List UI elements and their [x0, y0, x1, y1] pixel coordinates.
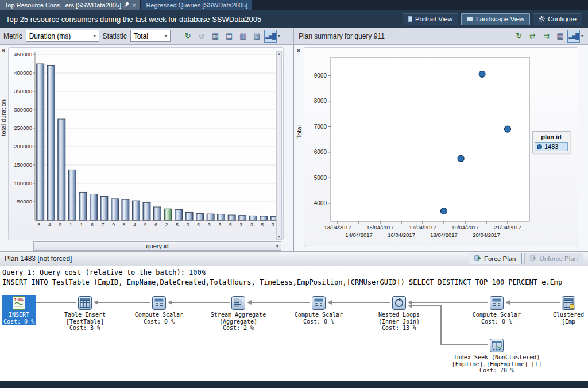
- x-tick-label: 3..: [208, 222, 213, 228]
- y-tick-label: 400000: [14, 70, 32, 76]
- x-tick-label: 9..: [112, 222, 117, 228]
- chart-type-caret-icon[interactable]: ▾: [278, 33, 280, 39]
- plan-node-index-seek[interactable]: Index Seek (NonClustered)[EmpTime].[EmpE…: [448, 337, 546, 375]
- x-tick-label: 18/04/2017: [430, 232, 458, 238]
- bar-8[interactable]: [122, 199, 129, 220]
- x-tick-label: 3..: [218, 222, 223, 228]
- plan-node-clustered-index[interactable]: Clustered[Emp: [520, 295, 588, 325]
- scroll-down-icon[interactable]: ▼: [277, 235, 281, 239]
- plan-summary-scatter-chart: 40005000600070008000900013/04/201714/04/…: [308, 50, 537, 243]
- landscape-view-button[interactable]: Landscape View: [461, 13, 530, 25]
- bar-6[interactable]: [100, 196, 108, 220]
- x-axis-label: query id: [146, 243, 168, 249]
- bar-14[interactable]: [185, 213, 193, 220]
- chart-toolbar-icons: ↻⊘▦▤▥▧▂▅█▾: [181, 30, 280, 43]
- y-tick-label: 450000: [14, 51, 32, 57]
- x-tick-label: 9..: [59, 222, 64, 228]
- chart-view-icon[interactable]: ▂▅█: [567, 30, 580, 43]
- x-tick-label: 3..: [187, 222, 192, 228]
- plan-node-text: Cost: 70 %: [452, 367, 542, 374]
- bar-7[interactable]: [111, 199, 118, 220]
- chart-vertical-scrollbar[interactable]: ▲▼: [276, 51, 282, 240]
- bar-15[interactable]: [196, 213, 204, 220]
- query-text-pane[interactable]: Query 1: Query cost (relative to the bat…: [0, 266, 588, 290]
- seek-icon: [452, 338, 542, 354]
- configure-button[interactable]: Configure: [533, 13, 582, 25]
- bar-17[interactable]: [218, 214, 225, 220]
- bar-20[interactable]: [249, 216, 257, 220]
- plan-id-legend: plan id 1483: [532, 131, 570, 153]
- bar-19[interactable]: [239, 216, 246, 220]
- portrait-icon: [408, 16, 412, 22]
- y-tick-label: 300000: [14, 106, 32, 113]
- x-tick-label: 7..: [102, 222, 107, 228]
- chart-type-caret-icon[interactable]: ▾: [581, 33, 583, 39]
- force-plan-icon: [474, 255, 481, 263]
- stop-refresh-icon[interactable]: ⊘: [195, 30, 208, 43]
- plan-summary-panel: » Total 40005000600070008000900013/04/20…: [295, 45, 588, 251]
- plan-summary-title: Plan summary for query 911: [299, 32, 385, 40]
- tab-label: Top Resource Cons...ers [SSWData2005]: [5, 2, 121, 9]
- metric-dropdown[interactable]: Duration (ms) ▾: [26, 30, 99, 42]
- bar-5[interactable]: [90, 194, 97, 220]
- bar-3[interactable]: [68, 170, 76, 220]
- x-tick-label: 1..: [69, 222, 75, 228]
- pivot-view-icon[interactable]: ▤: [223, 30, 235, 43]
- track-plan-icon[interactable]: ⇉: [540, 30, 552, 43]
- bar-0[interactable]: [37, 64, 44, 220]
- table-view-icon[interactable]: ▧: [250, 30, 263, 43]
- x-tick-label: 21/04/2017: [494, 224, 521, 231]
- tab-regressed-queries[interactable]: Regressed Queries [SSWData2005]: [141, 0, 252, 10]
- collapse-left-icon[interactable]: «: [2, 47, 5, 53]
- y-tick-label: 50000: [17, 198, 32, 205]
- x-tick-label: 5..: [176, 222, 181, 228]
- plan-header-bar: Plan 1483 [not forced] Force Plan Unforc…: [0, 251, 588, 266]
- scroll-up-icon[interactable]: ▲: [277, 52, 281, 56]
- tab-label: Regressed Queries [SSWData2005]: [146, 2, 247, 9]
- bar-21[interactable]: [260, 216, 268, 220]
- unforce-plan-button[interactable]: Unforce Plan: [524, 253, 583, 264]
- tab-top-resource-consumers[interactable]: Top Resource Cons...ers [SSWData2005] ×: [0, 0, 140, 10]
- bar-chart: 5000010000015000020000025000030000035000…: [10, 49, 283, 239]
- bar-1[interactable]: [47, 66, 55, 220]
- grid-view-icon[interactable]: ▦: [209, 30, 222, 43]
- bar-2[interactable]: [58, 119, 65, 220]
- portrait-view-button[interactable]: Portrait View: [403, 13, 458, 25]
- bar-chart-view-icon[interactable]: ▂▅█: [264, 30, 277, 43]
- collapse-right-icon[interactable]: »: [297, 47, 300, 53]
- refresh-icon[interactable]: ↻: [181, 30, 194, 43]
- rows-view-icon[interactable]: ▥: [237, 30, 249, 43]
- statistic-dropdown[interactable]: Total ▾: [130, 30, 171, 42]
- legend-entry-1483[interactable]: 1483: [535, 142, 568, 151]
- scatter-point-2[interactable]: [458, 155, 464, 162]
- scatter-point-3[interactable]: [441, 208, 447, 214]
- execution-plan-diagram[interactable]: T-SQLINSERTCost: 0 %Table Insert[TestTab…: [0, 290, 588, 381]
- scatter-point-0[interactable]: [479, 71, 485, 77]
- plan-node-nested-loops[interactable]: Nested Loops(Inner Join)Cost: 13 %: [350, 295, 448, 332]
- bar-4[interactable]: [79, 192, 87, 220]
- bar-11[interactable]: [154, 207, 161, 220]
- plan-node-text: Index Seek (NonClustered): [452, 354, 542, 361]
- x-axis-selector[interactable]: query id ▾: [33, 241, 281, 251]
- refresh-icon[interactable]: ↻: [512, 30, 525, 43]
- force-plan-button[interactable]: Force Plan: [469, 253, 522, 264]
- compare-plans-icon[interactable]: ⇄: [526, 30, 539, 43]
- y-tick-label: 350000: [14, 88, 32, 94]
- x-tick-label: 4..: [48, 222, 53, 228]
- pin-icon[interactable]: [124, 2, 129, 9]
- x-tick-label: 4..: [133, 222, 138, 228]
- bar-9[interactable]: [132, 201, 140, 220]
- bar-10[interactable]: [143, 202, 150, 220]
- x-tick-label: 5..: [197, 222, 202, 228]
- close-icon[interactable]: ×: [132, 2, 136, 8]
- scatter-point-1[interactable]: [505, 126, 511, 132]
- grid-view-icon[interactable]: ▦: [554, 30, 566, 43]
- bar-13[interactable]: [175, 209, 183, 220]
- y-tick-label: 150000: [14, 162, 32, 168]
- bar-12[interactable]: [164, 209, 172, 220]
- x-tick-label: 20/04/2017: [473, 232, 500, 238]
- plan-summary-toolbar: Plan summary for query 911 ↻⇄⇉▦▂▅█▾: [294, 28, 588, 44]
- bar-16[interactable]: [207, 214, 214, 220]
- y-tick-label: 100000: [14, 180, 32, 186]
- bar-18[interactable]: [228, 215, 235, 220]
